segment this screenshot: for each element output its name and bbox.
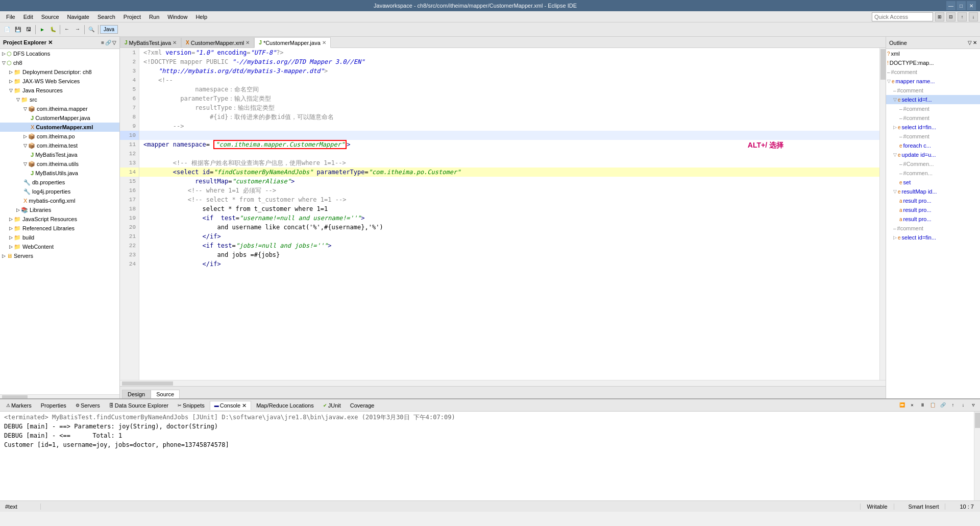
console-tab-markers[interactable]: ⚠Markers [2,401,36,410]
menu-run[interactable]: Run [145,13,163,21]
menu-help[interactable]: Help [191,13,211,21]
console-btn-7[interactable]: ↓ [959,401,968,410]
outline-comment-8[interactable]: – #comment [886,224,980,233]
console-btn-2[interactable]: ✕ [908,401,917,410]
menu-search[interactable]: Search [93,13,119,21]
outline-comment-1[interactable]: – #comment [886,67,980,77]
tab-close-icon[interactable]: ✕ [322,40,326,45]
tab-design[interactable]: Design [122,390,151,398]
outline-comment-5[interactable]: – #comment [886,132,980,141]
console-tab-console[interactable]: ▬Console ✕ [210,401,251,410]
menu-source[interactable]: Source [37,13,63,21]
maximize-button[interactable]: □ [957,1,966,10]
console-btn-5[interactable]: 🔗 [938,401,947,410]
menu-project[interactable]: Project [119,13,145,21]
tb-search[interactable]: 🔍 [86,25,96,35]
code-editor[interactable]: 1 2 3 4 5 6 7 8 9 10 11 12 13 14 15 16 1 [120,48,886,380]
tb-back[interactable]: ← [62,25,72,35]
console-btn-4[interactable]: 📋 [928,401,937,410]
tree-item-customermapper-java[interactable]: J CustomerMapper.java [0,113,119,123]
tree-item-db-props[interactable]: 🔧 db.properties [0,178,119,187]
menu-edit[interactable]: Edit [19,13,37,21]
tree-item-js-resources[interactable]: ▷ 📁 JavaScript Resources [0,214,119,224]
tab-customermapper-java[interactable]: J *CustomerMapper.java ✕ [254,37,330,48]
console-tab-mapreduce[interactable]: Map/Reduce Locations [252,401,318,410]
outline-doctype[interactable]: ! DOCTYPE:map... [886,58,980,67]
console-scrollbar[interactable] [974,412,980,500]
menu-file[interactable]: File [2,13,19,21]
console-tab-servers[interactable]: ⚙Servers [71,401,104,410]
outline-select-1[interactable]: ▽ e select id=f... [886,95,980,104]
tree-item-ch8[interactable]: ▽ ⬡ ch8 [0,58,119,67]
vertical-scrollbar[interactable] [879,48,886,380]
toolbar-icon-3[interactable]: ↑ [958,12,967,21]
tb-debug[interactable]: 🐛 [48,25,58,35]
horizontal-scrollbar[interactable] [120,380,886,386]
tree-item-test-pkg[interactable]: ▽ 📦 com.itheima.test [0,141,119,150]
tb-run[interactable]: ▶ [37,25,47,35]
outline-comment-7[interactable]: – #commen... [886,169,980,178]
tb-save[interactable]: 💾 [13,25,23,35]
tree-item-customermapper-xml[interactable]: X CustomerMapper.xml [0,123,119,132]
tree-item-log4j-props[interactable]: 🔧 log4j.properties [0,187,119,196]
quick-access-input[interactable] [872,12,933,21]
toolbar-icon-2[interactable]: ⊟ [946,12,955,21]
console-btn-8[interactable]: ▽ [969,401,978,410]
console-tab-datasource[interactable]: 🗄Data Source Explorer [105,401,173,410]
tree-item-utils-pkg[interactable]: ▽ 📦 com.itheima.utils [0,159,119,169]
tree-item-servers[interactable]: ▷ 🖥 Servers [0,251,119,260]
tree-item-deployment[interactable]: ▷ 📁 Deployment Descriptor: ch8 [0,67,119,77]
tb-perspective[interactable]: Java [100,25,118,34]
tree-item-referenced-libraries[interactable]: ▷ 📁 Referenced Libraries [0,224,119,233]
tree-item-libraries[interactable]: ▷ 📚 Libraries [0,205,119,214]
outline-close-icon[interactable]: ✕ [973,40,977,45]
outline-menu-icon[interactable]: ▽ [968,40,972,45]
tree-item-po-pkg[interactable]: ▷ 📦 com.itheima.po [0,132,119,141]
tb-new[interactable]: 📄 [2,25,12,35]
outline-mapper[interactable]: ▽ e mapper name... [886,77,980,86]
console-tab-properties[interactable]: Properties [37,401,70,410]
outline-comment-6[interactable]: – #Commen... [886,159,980,169]
tree-item-src[interactable]: ▽ 📁 src [0,95,119,104]
outline-comment-4[interactable]: – #comment [886,113,980,123]
tree-item-build[interactable]: ▷ 📁 build [0,233,119,242]
console-btn-3[interactable]: ⏸ [918,401,927,410]
outline-result-3[interactable]: a result pro... [886,214,980,224]
outline-result-2[interactable]: a result pro... [886,205,980,214]
toolbar-icon-1[interactable]: ⊞ [935,12,944,21]
tab-close-icon[interactable]: ✕ [246,40,250,45]
outline-select-3[interactable]: ▷ e select id=fin... [886,233,980,242]
outline-update[interactable]: ▽ e update id=u... [886,150,980,159]
tree-item-mybatistest-java[interactable]: J MyBatisTest.java [0,150,119,159]
tb-forward[interactable]: → [72,25,83,35]
close-button[interactable]: ✕ [967,1,976,10]
view-menu-icon[interactable]: ▽ [112,40,116,45]
tree-item-mapper-pkg[interactable]: ▽ 📦 com.itheima.mapper [0,104,119,113]
outline-xml[interactable]: ? xml [886,49,980,58]
left-panel-hscroll[interactable] [0,394,119,398]
outline-set[interactable]: e set [886,178,980,187]
link-editor-icon[interactable]: 🔗 [105,40,111,45]
outline-resultmap[interactable]: ▽ e resultMap id... [886,187,980,196]
outline-foreach[interactable]: e foreach c... [886,141,980,150]
toolbar-icon-4[interactable]: ↓ [969,12,978,21]
tree-item-webcontent[interactable]: ▷ 📁 WebContent [0,242,119,251]
tab-customermapper-xml[interactable]: X CustomerMapper.xml ✕ [181,37,254,47]
tab-mybatistest[interactable]: J MyBatisTest.java ✕ [120,37,181,47]
menu-window[interactable]: Window [163,13,191,21]
tree-item-jax[interactable]: ▷ 📁 JAX-WS Web Services [0,77,119,86]
console-tab-coverage[interactable]: Coverage [346,401,379,410]
collapse-all-icon[interactable]: ≡ [101,40,104,45]
console-btn-1[interactable]: ⏩ [897,401,906,410]
tab-close-icon[interactable]: ✕ [173,40,177,45]
outline-result-1[interactable]: a result pro... [886,196,980,205]
outline-comment-2[interactable]: – #comment [886,86,980,95]
tree-item-java-resources[interactable]: ▽ 📁 Java Resources [0,86,119,95]
minimize-button[interactable]: — [946,1,955,10]
console-tab-junit[interactable]: ✔JUnit [319,401,345,410]
outline-comment-3[interactable]: – #comment [886,104,980,113]
outline-select-2[interactable]: ▷ e select id=fin... [886,123,980,132]
tree-item-mybatis-config-xml[interactable]: X mybatis-config.xml [0,196,119,205]
console-tab-snippets[interactable]: ✂Snippets [174,401,209,410]
tree-item-mybatisutils-java[interactable]: J MyBatisUtils.java [0,169,119,178]
